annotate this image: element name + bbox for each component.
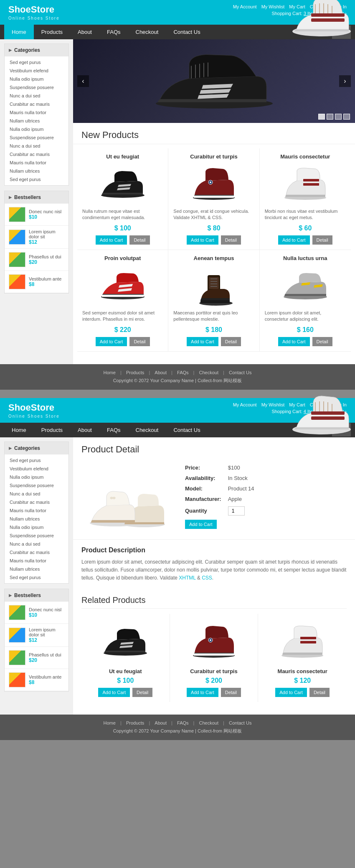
cat2-14[interactable]: Nullam ultrices <box>5 565 68 573</box>
detail-2[interactable]: Detail <box>221 235 241 245</box>
footer-faqs[interactable]: FAQs <box>177 370 189 375</box>
cat-8[interactable]: Nullam ultrices <box>5 117 68 125</box>
quantity-input[interactable] <box>228 506 245 516</box>
slider-dot-3[interactable] <box>335 114 342 120</box>
nav-contact[interactable]: Contact Us <box>166 25 208 39</box>
detail-1[interactable]: Detail <box>129 235 150 245</box>
bestseller2-link-3[interactable]: Phasellus ut dui <box>29 652 61 657</box>
add-to-cart-6[interactable]: Add to Cart <box>278 337 310 346</box>
cat-2[interactable]: Vestibulum elefend <box>5 66 68 75</box>
footer-products[interactable]: Products <box>126 370 144 375</box>
footer-contact[interactable]: Contact Us <box>229 370 251 375</box>
cat2-11[interactable]: Nunc a dui sed <box>5 540 68 548</box>
cat-3[interactable]: Nulla odio ipsum <box>5 75 68 83</box>
related-detail-1[interactable]: Detail <box>132 688 152 697</box>
cat-4[interactable]: Suspendisse posuere <box>5 83 68 92</box>
desc-css-link[interactable]: CSS <box>202 575 212 581</box>
cat2-3[interactable]: Nulla odio ipsum <box>5 473 68 481</box>
bestsellers-title-2[interactable]: Bestsellers <box>5 589 68 602</box>
cat-15[interactable]: Sed eget purus <box>5 175 68 184</box>
slider-dot-2[interactable] <box>327 114 333 120</box>
categories-title[interactable]: Categories <box>5 44 68 56</box>
site-logo[interactable]: ShoeStore Online Shoes Store <box>8 4 60 20</box>
cat-13[interactable]: Mauris nulla tortor <box>5 158 68 167</box>
nav-home[interactable]: Home <box>4 25 34 39</box>
footer-about[interactable]: About <box>155 370 167 375</box>
footer2-home[interactable]: Home <box>104 720 116 725</box>
cat2-1[interactable]: Sed eget purus <box>5 456 68 465</box>
add-to-cart-4[interactable]: Add to Cart <box>96 337 127 346</box>
nav-faqs[interactable]: FAQs <box>99 25 128 39</box>
footer-home[interactable]: Home <box>104 370 116 375</box>
footer2-checkout[interactable]: Checkout <box>199 720 218 725</box>
cat-14[interactable]: Nullam ultrices <box>5 167 68 175</box>
related-cart-3[interactable]: Add to Cart <box>275 688 307 697</box>
cat2-6[interactable]: Curabitur ac mauris <box>5 498 68 506</box>
desc-xhtml-link[interactable]: XHTML <box>179 575 195 581</box>
cat2-7[interactable]: Mauris nulla tortor <box>5 506 68 515</box>
bestseller-link-2[interactable]: Lorem ipsum dolor sit <box>29 229 64 239</box>
footer-checkout[interactable]: Checkout <box>199 370 218 375</box>
cat-1[interactable]: Sed eget purus <box>5 58 68 66</box>
cat2-2[interactable]: Vestibulum elefend <box>5 465 68 473</box>
detail-3[interactable]: Detail <box>312 235 332 245</box>
bestseller-link-1[interactable]: Donec nunc nisl <box>29 209 61 214</box>
add-to-cart-5[interactable]: Add to Cart <box>187 337 218 346</box>
cat2-15[interactable]: Sed eget purus <box>5 573 68 582</box>
add-to-cart-1[interactable]: Add to Cart <box>96 235 127 245</box>
bestseller-link-4[interactable]: Vestibulum ante <box>29 276 61 281</box>
nav-about[interactable]: About <box>70 25 99 39</box>
footer2-about[interactable]: About <box>155 720 167 725</box>
cat-6[interactable]: Curabitur ac mauris <box>5 100 68 108</box>
related-cart-1[interactable]: Add to Cart <box>98 688 130 697</box>
cat2-12[interactable]: Curabitur ac mauris <box>5 548 68 557</box>
nav-products-2[interactable]: Products <box>34 423 70 437</box>
detail-4[interactable]: Detail <box>129 337 150 346</box>
nav-products[interactable]: Products <box>34 25 70 39</box>
footer2-products[interactable]: Products <box>126 720 144 725</box>
cat-9[interactable]: Nulla odio ipsum <box>5 125 68 133</box>
my-account-link-2[interactable]: My Account <box>233 402 257 407</box>
nav-checkout-2[interactable]: Checkout <box>128 423 166 437</box>
slider-dot-1[interactable] <box>318 114 325 120</box>
cat-5[interactable]: Nunc a dui sed <box>5 92 68 100</box>
nav-faqs-2[interactable]: FAQs <box>99 423 128 437</box>
slider-prev-button[interactable]: ‹ <box>77 75 89 87</box>
add-to-cart-3[interactable]: Add to Cart <box>278 235 310 245</box>
slider-next-button[interactable]: › <box>339 75 351 87</box>
add-to-cart-2[interactable]: Add to Cart <box>187 235 218 245</box>
cat-11[interactable]: Nunc a dui sed <box>5 142 68 150</box>
bestseller-link-3[interactable]: Phasellus ut dui <box>29 254 61 259</box>
bestseller2-link-4[interactable]: Vestibulum ante <box>29 674 61 679</box>
categories-title-2[interactable]: Categories <box>5 442 68 454</box>
bestseller2-link-2[interactable]: Lorem ipsum dolor sit <box>29 627 64 637</box>
cat2-10[interactable]: Suspendisse posuere <box>5 531 68 540</box>
cat2-4[interactable]: Suspendisse posuere <box>5 481 68 490</box>
cat2-13[interactable]: Mauris nulla tortor <box>5 557 68 565</box>
my-account-link[interactable]: My Account <box>233 4 257 9</box>
nav-home-2[interactable]: Home <box>4 423 34 437</box>
cat2-5[interactable]: Nunc a dui sed <box>5 490 68 498</box>
nav-checkout[interactable]: Checkout <box>128 25 166 39</box>
detail-5[interactable]: Detail <box>221 337 241 346</box>
slider-dot-4[interactable] <box>343 114 350 120</box>
cat-10[interactable]: Suspendisse posuere <box>5 133 68 142</box>
bestsellers-title[interactable]: Bestsellers <box>5 191 68 204</box>
related-cart-2[interactable]: Add to Cart <box>187 688 218 697</box>
bestseller2-link-1[interactable]: Donec nunc nisl <box>29 607 61 612</box>
detail-6[interactable]: Detail <box>312 337 332 346</box>
my-wishlist-link-2[interactable]: My Wishlist <box>261 402 285 407</box>
site-logo-2[interactable]: ShoeStore Online Shoes Store <box>8 402 60 419</box>
footer2-contact[interactable]: Contact Us <box>229 720 251 725</box>
cat-7[interactable]: Mauris nulla tortor <box>5 108 68 117</box>
nav-about-2[interactable]: About <box>70 423 99 437</box>
nav-contact-2[interactable]: Contact Us <box>166 423 208 437</box>
cat2-8[interactable]: Nullam ultrices <box>5 515 68 523</box>
related-detail-3[interactable]: Detail <box>309 688 330 697</box>
my-wishlist-link[interactable]: My Wishlist <box>261 4 285 9</box>
footer2-faqs[interactable]: FAQs <box>177 720 189 725</box>
related-detail-2[interactable]: Detail <box>221 688 241 697</box>
cat-12[interactable]: Curabitur ac mauris <box>5 150 68 158</box>
cat2-9[interactable]: Nulla odio ipsum <box>5 523 68 531</box>
detail-add-to-cart-button[interactable]: Add to Cart <box>185 520 217 529</box>
